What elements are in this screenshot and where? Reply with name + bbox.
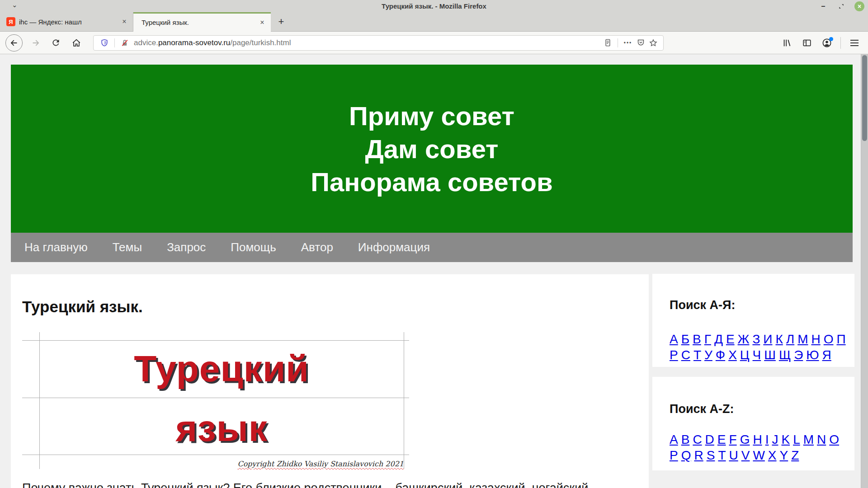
letter-ru2-8[interactable]: Ш (764, 348, 776, 362)
banner-line-2: Панорама советов (311, 165, 552, 198)
letter-en-13[interactable]: N (817, 432, 826, 446)
letter-ru-14[interactable]: П (837, 332, 846, 346)
nav-item-2[interactable]: Запрос (167, 240, 206, 254)
letter-ru2-5[interactable]: Х (728, 348, 737, 362)
tab-yandex-label: ihc — Яндекс: нашл (19, 18, 82, 26)
letter-ru2-7[interactable]: Ч (753, 348, 761, 362)
new-tab-button[interactable]: + (274, 14, 289, 29)
article-image: Турецкий язык Copyright Zhidko Vasiliy S… (22, 332, 409, 469)
toolbar-separator (840, 37, 841, 49)
nav-item-5[interactable]: Информация (358, 240, 430, 254)
library-button[interactable] (779, 35, 795, 51)
letter-ru-10[interactable]: Л (786, 332, 794, 346)
letter-ru2-11[interactable]: Ю (806, 348, 819, 362)
page-actions-icon[interactable]: ••• (622, 37, 634, 49)
bookmark-star-icon[interactable] (647, 37, 660, 49)
account-button[interactable] (819, 35, 835, 51)
letter-en2-4[interactable]: T (718, 448, 726, 462)
nav-item-1[interactable]: Темы (113, 240, 142, 254)
letter-en2-7[interactable]: W (753, 448, 764, 462)
letter-en-6[interactable]: G (740, 432, 750, 446)
article-paragraph: Почему важно знать Турецкий язык? Его бл… (22, 480, 637, 488)
letter-ru-13[interactable]: О (824, 332, 834, 346)
reload-button[interactable] (48, 35, 63, 51)
image-gridline (22, 455, 409, 455)
letter-en-3[interactable]: D (705, 432, 714, 446)
tab-turkish-close-icon[interactable]: × (257, 18, 267, 28)
letter-en-10[interactable]: K (781, 432, 790, 446)
letter-en-11[interactable]: L (793, 432, 800, 446)
letter-ru-4[interactable]: Д (714, 332, 723, 346)
tab-yandex[interactable]: Я ihc — Яндекс: нашл × (0, 12, 133, 31)
letter-ru2-12[interactable]: Я (822, 348, 831, 362)
letter-ru2-4[interactable]: Ф (716, 348, 725, 362)
page-scrollbar[interactable] (861, 54, 868, 488)
tab-yandex-close-icon[interactable]: × (119, 17, 129, 27)
minimize-button[interactable]: – (818, 1, 828, 11)
letter-ru-3[interactable]: Г (704, 332, 711, 346)
forward-button[interactable] (28, 35, 43, 51)
reader-mode-icon[interactable] (601, 37, 614, 49)
letter-en-1[interactable]: B (681, 432, 690, 446)
letter-en2-2[interactable]: R (694, 448, 703, 462)
letter-ru-2[interactable]: В (693, 332, 701, 346)
letter-ru-7[interactable]: З (752, 332, 760, 346)
nav-item-3[interactable]: Помощь (231, 240, 276, 254)
letter-ru2-6[interactable]: Ц (740, 348, 750, 362)
letter-ru-5[interactable]: Е (726, 332, 735, 346)
letter-en2-5[interactable]: U (729, 448, 738, 462)
letter-ru-12[interactable]: Н (811, 332, 821, 346)
letter-ru-11[interactable]: М (797, 332, 808, 346)
url-bar[interactable]: advice.panorama-sovetov.ru/page/turkish.… (93, 35, 664, 51)
home-button[interactable] (69, 35, 84, 51)
letter-ru2-3[interactable]: У (704, 348, 712, 362)
letter-en-4[interactable]: E (717, 432, 726, 446)
letter-en2-10[interactable]: Z (791, 448, 799, 462)
letter-ru2-2[interactable]: Т (693, 348, 701, 362)
close-button[interactable]: × (854, 1, 864, 11)
page-viewport: Приму советДам советПанорама советов На … (0, 54, 868, 488)
letter-en-12[interactable]: M (803, 432, 814, 446)
tracking-protection-shield-icon[interactable] (98, 37, 111, 49)
letter-en2-3[interactable]: S (707, 448, 715, 462)
reload-icon (51, 38, 61, 47)
sidebars-button[interactable] (799, 35, 815, 51)
letter-ru-9[interactable]: К (775, 332, 783, 346)
letter-en-0[interactable]: A (670, 432, 678, 446)
scrollbar-thumb[interactable] (862, 55, 867, 141)
letter-en2-9[interactable]: Y (780, 448, 788, 462)
url-text[interactable]: advice.panorama-sovetov.ru/page/turkish.… (134, 38, 601, 47)
nav-item-0[interactable]: На главную (24, 240, 88, 254)
letter-ru-0[interactable]: А (670, 332, 678, 346)
letter-ru-6[interactable]: Ж (738, 332, 750, 346)
letter-ru2-9[interactable]: Щ (779, 348, 791, 362)
letter-ru2-10[interactable]: Э (794, 348, 803, 362)
menu-button[interactable] (846, 35, 863, 51)
letter-en-8[interactable]: I (765, 432, 769, 446)
letter-ru2-0[interactable]: Р (670, 348, 678, 362)
latin-row-2: PQRSTUVWXYZ (670, 448, 848, 464)
letter-ru-8[interactable]: И (763, 332, 772, 346)
back-button[interactable] (5, 34, 23, 52)
letter-en-7[interactable]: H (753, 432, 762, 446)
tab-turkish-active[interactable]: Турецкий язык. × (133, 12, 271, 31)
letter-en-14[interactable]: O (829, 432, 839, 446)
nav-item-4[interactable]: Автор (301, 240, 333, 254)
urlbar-separator (618, 38, 618, 47)
letter-en2-8[interactable]: X (768, 448, 777, 462)
letter-en-9[interactable]: J (772, 432, 778, 446)
maximize-button[interactable] (836, 1, 846, 11)
letter-en-5[interactable]: F (729, 432, 737, 446)
hamburger-menu-icon (850, 40, 859, 46)
image-signature: Copyright Zhidko Vasiliy Stanislavovich … (237, 460, 404, 468)
tab-label-fade (103, 18, 119, 26)
latin-letter-links: ABCDEFGHIJKLMNO PQRSTUVWXYZ (670, 432, 848, 464)
letter-en2-0[interactable]: P (670, 448, 678, 462)
insecure-lock-icon[interactable] (118, 37, 131, 49)
letter-en2-1[interactable]: Q (681, 448, 691, 462)
letter-en-2[interactable]: C (693, 432, 702, 446)
letter-en2-6[interactable]: V (741, 448, 750, 462)
pocket-icon[interactable] (634, 37, 647, 49)
letter-ru2-1[interactable]: С (681, 348, 690, 362)
letter-ru-1[interactable]: Б (681, 332, 689, 346)
